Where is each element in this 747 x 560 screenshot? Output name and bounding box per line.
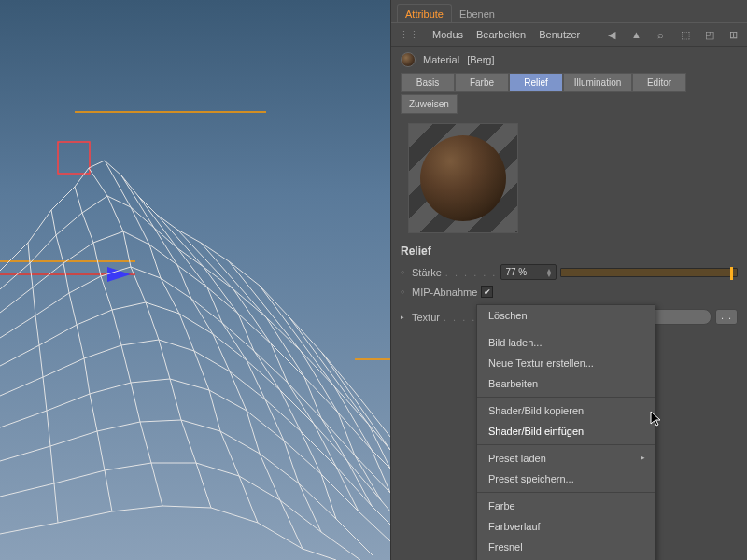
lock-icon[interactable]: ⬚: [680, 28, 691, 41]
mi-loeschen[interactable]: Löschen: [477, 305, 655, 326]
prop-staerke: ○ Stärke . . . . . . 77 % ▲▼: [391, 261, 747, 283]
texture-context-menu: Löschen Bild laden... Neue Textur erstel…: [476, 304, 655, 560]
mi-shader-einfuegen[interactable]: Shader/Bild einfügen: [477, 421, 655, 441]
tab-zuweisen[interactable]: Zuweisen: [401, 94, 458, 114]
checkbox-mip[interactable]: ✔: [481, 286, 493, 298]
menu-user[interactable]: Benutzer: [539, 29, 580, 40]
nav-back-icon[interactable]: ◀: [606, 28, 617, 41]
material-swatch[interactable]: [401, 52, 416, 67]
viewport-3d[interactable]: [0, 0, 390, 560]
material-type-label: Material: [423, 54, 459, 65]
channel-tabs: Basis Farbe Relief Illumination Editor: [391, 73, 747, 94]
material-header: Material [Berg]: [391, 47, 747, 73]
nav-up-icon[interactable]: ▲: [630, 28, 641, 41]
label-staerke: Stärke: [412, 267, 442, 278]
slider-staerke[interactable]: [560, 268, 738, 277]
mi-fresnel[interactable]: Fresnel: [477, 537, 655, 557]
mi-preset-laden[interactable]: Preset laden: [477, 448, 655, 469]
prop-mip: ○ MIP-Abnahme ✔: [391, 283, 747, 301]
mi-bild-laden[interactable]: Bild laden...: [477, 332, 655, 353]
bullet-icon: ○: [401, 288, 408, 295]
drag-handle-icon[interactable]: ⋮⋮: [399, 29, 419, 41]
tab-farbe[interactable]: Farbe: [455, 73, 509, 92]
tab-illumination[interactable]: Illumination: [563, 73, 632, 92]
value-staerke: 77 %: [505, 267, 527, 277]
tab-layers[interactable]: Ebenen: [452, 4, 502, 22]
mi-shader-kopieren[interactable]: Shader/Bild kopieren: [477, 400, 655, 421]
label-textur: Textur: [412, 312, 440, 323]
dots: . . . . . .: [445, 267, 498, 278]
texture-browse-button[interactable]: ...: [715, 309, 738, 325]
wireframe-mesh: [0, 0, 390, 560]
menu-separator: [477, 397, 655, 398]
mi-farbverlauf[interactable]: Farbverlauf: [477, 516, 655, 537]
material-name: [Berg]: [467, 54, 494, 65]
mi-bearbeiten[interactable]: Bearbeiten: [477, 373, 655, 394]
tab-basis[interactable]: Basis: [401, 73, 455, 92]
search-icon[interactable]: ⌕: [655, 28, 667, 41]
mi-neue-textur[interactable]: Neue Textur erstellen...: [477, 353, 655, 373]
svg-marker-4: [107, 267, 131, 282]
mi-farbe[interactable]: Farbe: [477, 496, 655, 516]
mi-preset-speichern[interactable]: Preset speichern...: [477, 469, 655, 489]
label-mip: MIP-Abnahme: [412, 287, 477, 298]
menu-edit[interactable]: Bearbeiten: [476, 29, 526, 40]
panel-tabs: Attribute Ebenen: [391, 0, 747, 23]
add-icon[interactable]: ⊞: [728, 28, 740, 41]
tab-attribute[interactable]: Attribute: [397, 4, 452, 22]
menu-separator: [477, 492, 655, 493]
material-preview[interactable]: [408, 123, 518, 233]
tab-editor[interactable]: Editor: [632, 73, 686, 92]
expand-icon[interactable]: ▸: [401, 314, 408, 321]
menu-mode[interactable]: Modus: [432, 29, 463, 40]
attribute-toolbar: ⋮⋮ Modus Bearbeiten Benutzer ◀ ▲ ⌕ ⬚ ◰ ⊞: [391, 23, 747, 47]
bullet-icon: ○: [401, 269, 408, 275]
menu-separator: [477, 444, 655, 445]
menu-separator: [477, 329, 655, 329]
tab-relief[interactable]: Relief: [509, 73, 563, 92]
input-staerke[interactable]: 77 % ▲▼: [500, 264, 557, 280]
spinner-icon[interactable]: ▲▼: [545, 268, 552, 277]
new-window-icon[interactable]: ◰: [704, 28, 715, 41]
svg-rect-5: [58, 142, 90, 174]
section-title-relief: Relief: [391, 237, 747, 261]
